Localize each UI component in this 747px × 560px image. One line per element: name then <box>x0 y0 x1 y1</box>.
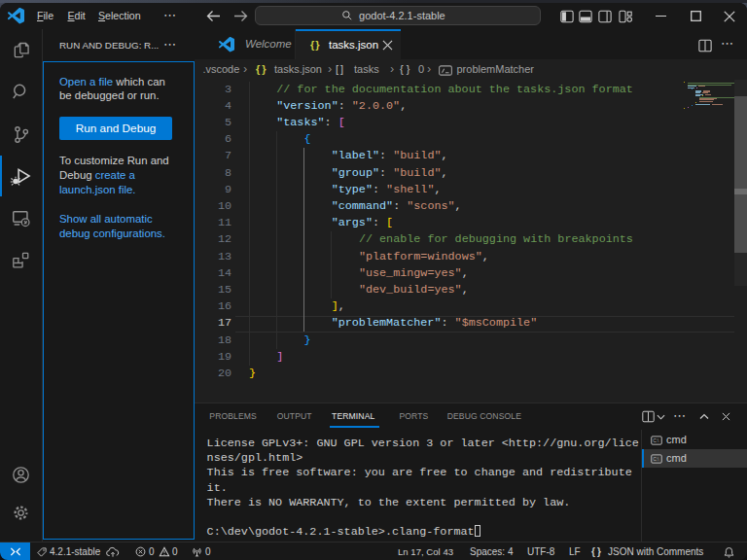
svg-text:C:\: C:\ <box>653 457 659 462</box>
svg-text:C:\: C:\ <box>653 438 659 443</box>
